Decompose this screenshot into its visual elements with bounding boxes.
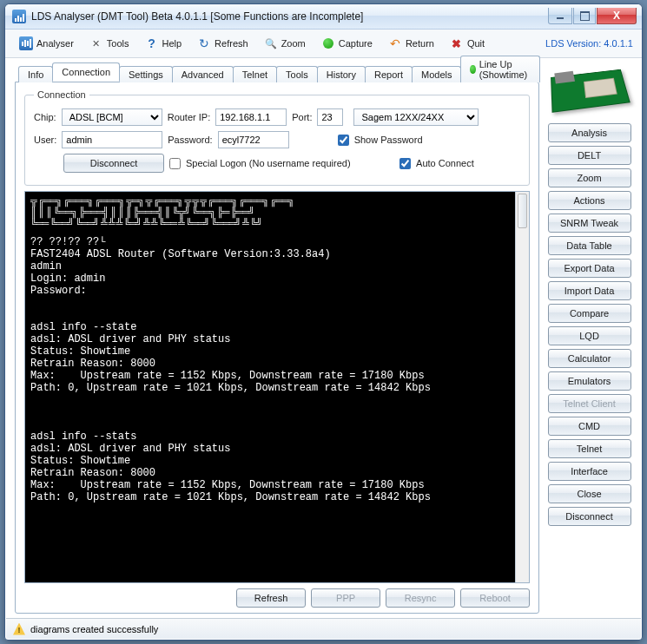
calculator-button[interactable]: Calculator	[548, 349, 631, 368]
terminal-output[interactable]: ?? ??!?? ??└ FAST2404 ADSL Router (Softw…	[30, 236, 510, 503]
connection-panel: Connection Chip: ADSL [BCM] Router IP: P…	[15, 82, 539, 614]
scrollbar-thumb[interactable]	[518, 194, 527, 228]
reboot-button[interactable]: Reboot	[460, 588, 530, 608]
tabstrip: Info Connection Settings Advanced Telnet…	[15, 62, 539, 82]
analyser-button[interactable]: Analyser	[14, 34, 79, 53]
telnet-side-button[interactable]: Telnet	[548, 439, 631, 458]
import-data-button[interactable]: Import Data	[548, 281, 631, 300]
chip-label: Chip:	[34, 112, 56, 122]
port-label: Port:	[292, 112, 312, 122]
tab-settings[interactable]: Settings	[119, 66, 173, 82]
capture-button[interactable]: Capture	[316, 34, 378, 53]
window-title: LDS Analyser (DMT Tool) Beta 4.0.1.1 [So…	[31, 10, 548, 23]
export-data-button[interactable]: Export Data	[548, 259, 631, 278]
emulators-button[interactable]: Emulators	[548, 371, 631, 391]
return-icon: ↶	[388, 36, 402, 50]
chip-select[interactable]: ADSL [BCM]	[62, 108, 162, 126]
zoom-side-button[interactable]: Zoom	[548, 168, 631, 187]
help-button[interactable]: ?Help	[139, 34, 187, 53]
model-select[interactable]: Sagem 12XX/24XX	[353, 108, 479, 126]
autoconnect-label: Auto Connect	[416, 158, 520, 168]
window-controls: X	[548, 8, 637, 25]
help-icon: ?	[144, 36, 158, 50]
app-icon	[12, 10, 26, 23]
showpw-label: Show Password	[354, 135, 423, 145]
showpw-checkbox[interactable]	[338, 135, 349, 146]
interface-button[interactable]: Interface	[548, 462, 631, 481]
delt-button[interactable]: DELT	[548, 146, 631, 165]
resync-button[interactable]: Resync	[386, 588, 455, 608]
tab-history[interactable]: History	[317, 66, 366, 82]
maximize-button[interactable]	[573, 8, 596, 24]
status-dot-icon	[470, 65, 475, 74]
routerip-input[interactable]	[215, 108, 287, 126]
tab-info[interactable]: Info	[18, 66, 53, 82]
special-logon-label: Special Logon (No username required)	[186, 158, 351, 168]
special-logon-checkbox[interactable]	[169, 158, 181, 169]
app-window: LDS Analyser (DMT Tool) Beta 4.0.1.1 [So…	[4, 3, 643, 641]
analysis-button[interactable]: Analysis	[548, 123, 631, 142]
tools-button[interactable]: ✕Tools	[84, 34, 135, 53]
titlebar[interactable]: LDS Analyser (DMT Tool) Beta 4.0.1.1 [So…	[5, 4, 642, 30]
routerip-label: Router IP:	[168, 112, 211, 122]
tab-tools[interactable]: Tools	[276, 66, 318, 82]
autoconnect-checkbox[interactable]	[399, 158, 411, 169]
telnet-client-button[interactable]: Telnet Client	[548, 394, 631, 413]
analyser-icon	[19, 36, 33, 50]
status-text: diagrams created successfully	[30, 624, 158, 634]
refresh-icon: ↻	[197, 36, 211, 50]
data-table-button[interactable]: Data Table	[548, 236, 631, 255]
version-label: LDS Version: 4.0.1.1	[545, 38, 633, 49]
tools-icon: ✕	[89, 36, 103, 50]
disconnect-side-button[interactable]: Disconnect	[548, 507, 631, 526]
connection-group: Connection Chip: ADSL [BCM] Router IP: P…	[24, 89, 530, 186]
user-label: User:	[34, 135, 56, 145]
connection-legend: Connection	[34, 89, 89, 100]
compare-button[interactable]: Compare	[548, 304, 631, 323]
statusbar: diagrams created successfully	[6, 618, 641, 639]
tab-telnet[interactable]: Telnet	[233, 66, 277, 82]
refresh-button[interactable]: ↻Refresh	[192, 34, 254, 53]
toolbar: Analyser ✕Tools ?Help ↻Refresh 🔍Zoom Cap…	[5, 30, 642, 58]
ascii-banner: ╦ ╔══╗ ╔═══╗ ╔═══╗ ╦═╗ ╦ ╔═══╗ ╦ ╦ ╦ ╔══…	[30, 195, 510, 229]
tab-lineup[interactable]: Line Up (Showtime)	[460, 56, 540, 82]
close-side-button[interactable]: Close	[548, 484, 631, 503]
password-label: Password:	[168, 135, 212, 145]
quit-button[interactable]: ✖Quit	[445, 34, 490, 53]
pcb-image	[546, 62, 633, 115]
warning-icon	[13, 623, 25, 635]
return-button[interactable]: ↶Return	[383, 34, 439, 53]
tab-report[interactable]: Report	[365, 66, 413, 82]
tab-advanced[interactable]: Advanced	[172, 66, 234, 82]
tab-connection[interactable]: Connection	[52, 62, 120, 82]
password-input[interactable]	[218, 131, 289, 148]
capture-icon	[321, 36, 335, 50]
quit-icon: ✖	[450, 36, 464, 50]
lqd-button[interactable]: LQD	[548, 326, 631, 345]
zoom-button[interactable]: 🔍Zoom	[259, 34, 311, 53]
terminal: ╦ ╔══╗ ╔═══╗ ╔═══╗ ╦═╗ ╦ ╔═══╗ ╦ ╦ ╦ ╔══…	[24, 191, 530, 583]
actions-button[interactable]: Actions	[548, 191, 631, 210]
cmd-button[interactable]: CMD	[548, 417, 631, 436]
terminal-scrollbar[interactable]	[515, 192, 529, 582]
zoom-icon: 🔍	[264, 36, 278, 50]
refresh-bottom-button[interactable]: Refresh	[236, 588, 306, 608]
sidebar: Analysis DELT Zoom Actions SNRM Tweak Da…	[545, 59, 636, 617]
minimize-button[interactable]	[548, 8, 572, 24]
snrm-tweak-button[interactable]: SNRM Tweak	[548, 214, 631, 233]
bottom-buttons: Refresh PPP Resync Reboot	[24, 583, 530, 608]
tab-models[interactable]: Models	[412, 66, 461, 82]
ppp-button[interactable]: PPP	[311, 588, 380, 608]
close-button[interactable]: X	[597, 8, 637, 24]
disconnect-button-inner[interactable]: Disconnect	[63, 154, 164, 173]
port-input[interactable]	[317, 108, 343, 126]
user-input[interactable]	[62, 131, 162, 148]
